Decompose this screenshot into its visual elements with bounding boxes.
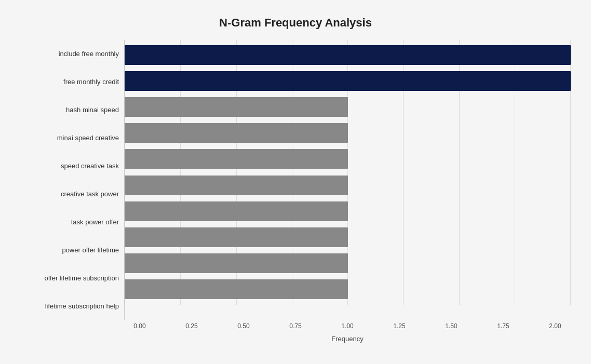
bar-row (125, 198, 571, 224)
bar-row (125, 42, 571, 68)
y-labels: include free monthlyfree monthly credith… (20, 40, 124, 320)
chart-container: N-Gram Frequency Analysis include free m… (10, 6, 581, 359)
bar (125, 279, 348, 299)
bar (125, 201, 348, 221)
y-label: task power offer (20, 209, 119, 236)
y-label: creative task power (20, 181, 119, 208)
x-tick: 0.75 (280, 322, 311, 330)
y-label: lifetime subscription help (20, 293, 119, 320)
y-label: free monthly credit (20, 69, 119, 96)
bar (125, 149, 348, 169)
bar (125, 45, 571, 65)
y-label: power offer lifetime (20, 237, 119, 264)
bar (125, 253, 348, 273)
bar-row (125, 120, 571, 146)
x-tick: 0.00 (124, 322, 155, 330)
bar-row (125, 172, 571, 198)
bar-row (125, 224, 571, 250)
bar (125, 123, 348, 143)
bar-row (125, 276, 571, 302)
x-tick: 1.75 (488, 322, 519, 330)
y-label: offer lifetime subscription (20, 265, 119, 292)
bar-row (125, 68, 571, 94)
y-label: include free monthly (20, 41, 119, 68)
y-label: minai speed creative (20, 125, 119, 152)
bar (125, 227, 348, 247)
bar-row (125, 146, 571, 172)
x-tick: 1.00 (332, 322, 363, 330)
x-tick: 0.25 (176, 322, 207, 330)
x-tick: 1.25 (384, 322, 415, 330)
bar-row (125, 94, 571, 120)
chart-title: N-Gram Frequency Analysis (20, 16, 571, 30)
bar (125, 176, 348, 195)
bars-wrapper (125, 40, 571, 305)
plot-area (124, 40, 571, 320)
x-axis: 0.000.250.500.751.001.251.501.752.00 (124, 320, 571, 330)
x-tick: 0.50 (228, 322, 259, 330)
bar (125, 71, 571, 91)
x-tick: 2.00 (540, 322, 571, 330)
y-label: hash minai speed (20, 97, 119, 124)
bar (125, 97, 348, 117)
bar-row (125, 250, 571, 276)
x-tick: 1.50 (436, 322, 467, 330)
y-label: speed creative task (20, 153, 119, 180)
x-axis-label: Frequency (331, 335, 363, 343)
chart-area: include free monthlyfree monthly credith… (20, 40, 571, 320)
